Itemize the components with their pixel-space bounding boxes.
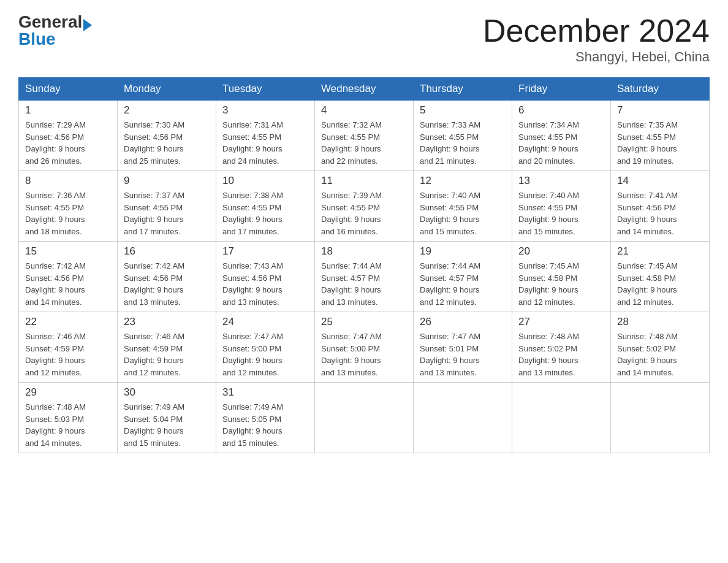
day-number: 29 — [25, 386, 111, 399]
day-info: Sunrise: 7:31 AMSunset: 4:55 PMDaylight:… — [222, 119, 308, 167]
day-number: 3 — [222, 104, 308, 117]
weekday-header-saturday: Saturday — [611, 78, 710, 101]
week-row-3: 15Sunrise: 7:42 AMSunset: 4:56 PMDayligh… — [19, 242, 710, 312]
month-title: December 2024 — [483, 12, 710, 49]
weekday-header-wednesday: Wednesday — [315, 78, 414, 101]
day-number: 31 — [222, 386, 308, 399]
weekday-header-monday: Monday — [118, 78, 216, 101]
day-cell: 5Sunrise: 7:33 AMSunset: 4:55 PMDaylight… — [414, 101, 512, 171]
day-number: 24 — [222, 316, 308, 328]
day-info: Sunrise: 7:34 AMSunset: 4:55 PMDaylight:… — [518, 119, 604, 167]
day-number: 18 — [321, 245, 407, 258]
day-cell: 18Sunrise: 7:44 AMSunset: 4:57 PMDayligh… — [315, 242, 414, 312]
day-cell: 6Sunrise: 7:34 AMSunset: 4:55 PMDaylight… — [512, 101, 611, 171]
day-cell: 11Sunrise: 7:39 AMSunset: 4:55 PMDayligh… — [315, 171, 414, 242]
week-row-5: 29Sunrise: 7:48 AMSunset: 5:03 PMDayligh… — [19, 383, 710, 453]
day-number: 6 — [518, 104, 604, 117]
day-cell: 12Sunrise: 7:40 AMSunset: 4:55 PMDayligh… — [414, 171, 512, 242]
day-number: 15 — [25, 245, 111, 258]
weekday-header-row: SundayMondayTuesdayWednesdayThursdayFrid… — [19, 78, 710, 101]
day-info: Sunrise: 7:49 AMSunset: 5:05 PMDaylight:… — [222, 401, 308, 449]
day-number: 14 — [617, 175, 703, 187]
day-info: Sunrise: 7:39 AMSunset: 4:55 PMDaylight:… — [321, 190, 407, 237]
day-info: Sunrise: 7:47 AMSunset: 5:00 PMDaylight:… — [321, 331, 407, 378]
week-row-2: 8Sunrise: 7:36 AMSunset: 4:55 PMDaylight… — [19, 171, 710, 242]
day-cell: 7Sunrise: 7:35 AMSunset: 4:55 PMDaylight… — [611, 101, 710, 171]
day-number: 23 — [124, 316, 210, 328]
day-cell: 14Sunrise: 7:41 AMSunset: 4:56 PMDayligh… — [611, 171, 710, 242]
weekday-header-thursday: Thursday — [414, 78, 512, 101]
day-cell: 29Sunrise: 7:48 AMSunset: 5:03 PMDayligh… — [19, 383, 118, 453]
day-number: 17 — [222, 245, 308, 258]
day-number: 25 — [321, 316, 407, 328]
day-number: 13 — [518, 175, 604, 187]
day-cell — [512, 383, 611, 453]
logo-blue: Blue — [18, 29, 92, 49]
day-cell: 24Sunrise: 7:47 AMSunset: 5:00 PMDayligh… — [216, 312, 315, 383]
day-cell: 27Sunrise: 7:48 AMSunset: 5:02 PMDayligh… — [512, 312, 611, 383]
day-info: Sunrise: 7:42 AMSunset: 4:56 PMDaylight:… — [25, 260, 111, 308]
day-cell — [611, 383, 710, 453]
day-info: Sunrise: 7:47 AMSunset: 5:00 PMDaylight:… — [222, 331, 308, 378]
week-row-1: 1Sunrise: 7:29 AMSunset: 4:56 PMDaylight… — [19, 101, 710, 171]
day-cell — [315, 383, 414, 453]
day-number: 30 — [124, 386, 210, 399]
day-cell: 10Sunrise: 7:38 AMSunset: 4:55 PMDayligh… — [216, 171, 315, 242]
day-number: 8 — [25, 175, 111, 187]
day-cell: 25Sunrise: 7:47 AMSunset: 5:00 PMDayligh… — [315, 312, 414, 383]
day-cell: 8Sunrise: 7:36 AMSunset: 4:55 PMDaylight… — [19, 171, 118, 242]
day-info: Sunrise: 7:42 AMSunset: 4:56 PMDaylight:… — [124, 260, 210, 308]
day-number: 22 — [25, 316, 111, 328]
day-info: Sunrise: 7:46 AMSunset: 4:59 PMDaylight:… — [124, 331, 210, 378]
day-cell: 16Sunrise: 7:42 AMSunset: 4:56 PMDayligh… — [118, 242, 216, 312]
day-info: Sunrise: 7:33 AMSunset: 4:55 PMDaylight:… — [420, 119, 506, 167]
day-cell: 13Sunrise: 7:40 AMSunset: 4:55 PMDayligh… — [512, 171, 611, 242]
day-cell: 2Sunrise: 7:30 AMSunset: 4:56 PMDaylight… — [118, 101, 216, 171]
day-cell: 19Sunrise: 7:44 AMSunset: 4:57 PMDayligh… — [414, 242, 512, 312]
day-cell: 31Sunrise: 7:49 AMSunset: 5:05 PMDayligh… — [216, 383, 315, 453]
day-cell: 4Sunrise: 7:32 AMSunset: 4:55 PMDaylight… — [315, 101, 414, 171]
day-info: Sunrise: 7:44 AMSunset: 4:57 PMDaylight:… — [321, 260, 407, 308]
day-info: Sunrise: 7:40 AMSunset: 4:55 PMDaylight:… — [518, 190, 604, 237]
day-cell: 3Sunrise: 7:31 AMSunset: 4:55 PMDaylight… — [216, 101, 315, 171]
day-number: 20 — [518, 245, 604, 258]
day-cell: 21Sunrise: 7:45 AMSunset: 4:58 PMDayligh… — [611, 242, 710, 312]
logo-arrow-icon — [83, 19, 92, 31]
day-info: Sunrise: 7:45 AMSunset: 4:58 PMDaylight:… — [518, 260, 604, 308]
day-info: Sunrise: 7:46 AMSunset: 4:59 PMDaylight:… — [25, 331, 111, 378]
day-number: 27 — [518, 316, 604, 328]
day-info: Sunrise: 7:49 AMSunset: 5:04 PMDaylight:… — [124, 401, 210, 449]
weekday-header-tuesday: Tuesday — [216, 78, 315, 101]
day-number: 19 — [420, 245, 506, 258]
day-info: Sunrise: 7:48 AMSunset: 5:02 PMDaylight:… — [617, 331, 703, 378]
day-number: 16 — [124, 245, 210, 258]
day-info: Sunrise: 7:47 AMSunset: 5:01 PMDaylight:… — [420, 331, 506, 378]
day-info: Sunrise: 7:37 AMSunset: 4:55 PMDaylight:… — [124, 190, 210, 237]
day-number: 11 — [321, 175, 407, 187]
day-info: Sunrise: 7:30 AMSunset: 4:56 PMDaylight:… — [124, 119, 210, 167]
day-info: Sunrise: 7:45 AMSunset: 4:58 PMDaylight:… — [617, 260, 703, 308]
day-number: 26 — [420, 316, 506, 328]
title-block: December 2024 Shangyi, Hebei, China — [483, 12, 710, 65]
day-info: Sunrise: 7:29 AMSunset: 4:56 PMDaylight:… — [25, 119, 111, 167]
day-number: 1 — [25, 104, 111, 117]
week-row-4: 22Sunrise: 7:46 AMSunset: 4:59 PMDayligh… — [19, 312, 710, 383]
day-number: 10 — [222, 175, 308, 187]
calendar-table: SundayMondayTuesdayWednesdayThursdayFrid… — [18, 77, 710, 453]
day-number: 9 — [124, 175, 210, 187]
day-cell — [414, 383, 512, 453]
day-number: 21 — [617, 245, 703, 258]
day-info: Sunrise: 7:43 AMSunset: 4:56 PMDaylight:… — [222, 260, 308, 308]
day-cell: 20Sunrise: 7:45 AMSunset: 4:58 PMDayligh… — [512, 242, 611, 312]
day-cell: 15Sunrise: 7:42 AMSunset: 4:56 PMDayligh… — [19, 242, 118, 312]
day-cell: 26Sunrise: 7:47 AMSunset: 5:01 PMDayligh… — [414, 312, 512, 383]
day-cell: 9Sunrise: 7:37 AMSunset: 4:55 PMDaylight… — [118, 171, 216, 242]
day-cell: 23Sunrise: 7:46 AMSunset: 4:59 PMDayligh… — [118, 312, 216, 383]
day-number: 5 — [420, 104, 506, 117]
day-number: 7 — [617, 104, 703, 117]
day-info: Sunrise: 7:48 AMSunset: 5:03 PMDaylight:… — [25, 401, 111, 449]
day-number: 28 — [617, 316, 703, 328]
day-info: Sunrise: 7:40 AMSunset: 4:55 PMDaylight:… — [420, 190, 506, 237]
day-cell: 17Sunrise: 7:43 AMSunset: 4:56 PMDayligh… — [216, 242, 315, 312]
day-cell: 28Sunrise: 7:48 AMSunset: 5:02 PMDayligh… — [611, 312, 710, 383]
